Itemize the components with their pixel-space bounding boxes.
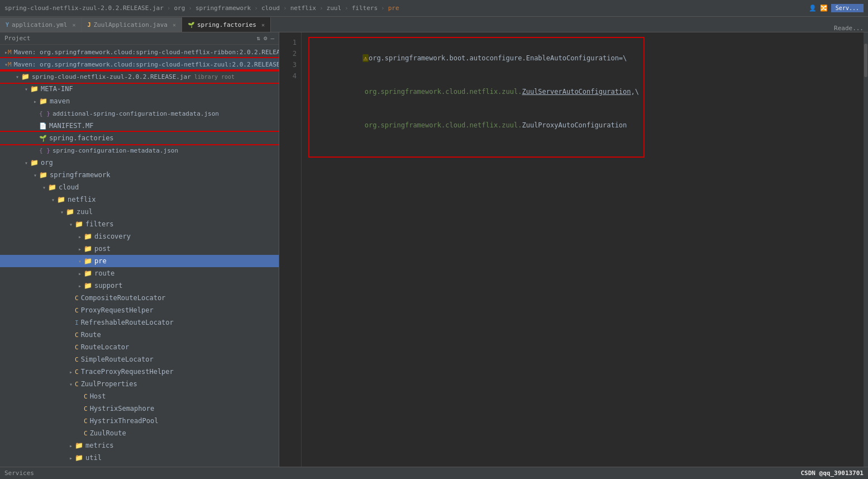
tree-item-util[interactable]: 📁 util — [0, 452, 279, 464]
arrow-util — [67, 455, 75, 461]
tree-item-trace-proxy[interactable]: C TraceProxyRequestHelper — [0, 366, 279, 378]
code-line-3: org.springframework.cloud.netflix.zuul.Z… — [314, 108, 639, 142]
arrow-cloud — [40, 184, 48, 191]
arrow-trace-proxy — [67, 369, 75, 375]
tree-item-cloud[interactable]: 📁 cloud — [0, 181, 279, 193]
folder-icon-discovery: 📁 — [84, 233, 92, 240]
code-editor[interactable]: ⚠org.springframework.boot.autoconfigure.… — [302, 32, 864, 467]
close-yml-tab[interactable]: ✕ — [72, 22, 75, 28]
label-route-folder: route — [94, 269, 115, 277]
status-bar: Services CSDN @qq_39013701 — [0, 467, 868, 479]
label-meta-inf: META-INF — [41, 85, 73, 93]
tree-item-meta-inf[interactable]: 📁 META-INF — [0, 83, 279, 95]
tree-item-spring-config-meta[interactable]: { } spring-configuration-metadata.json — [0, 144, 279, 156]
settings-icon[interactable]: ⚙ — [264, 35, 268, 42]
tree-item-route-folder[interactable]: 📁 route — [0, 267, 279, 279]
tree-item-metrics[interactable]: 📁 metrics — [0, 439, 279, 452]
label-route-locator: RouteLocator — [81, 343, 130, 351]
tree-item-netflix[interactable]: 📁 netflix — [0, 193, 279, 206]
label-route: Route — [81, 331, 101, 339]
tab-zuul-application[interactable]: J ZuulApplication.java ✕ — [82, 17, 182, 32]
arrow-zuul-pkg — [58, 209, 66, 215]
close-zuul-tab[interactable]: ✕ — [173, 22, 176, 28]
breadcrumb-org[interactable]: org — [174, 4, 185, 12]
line-num-1: 1 — [279, 37, 297, 48]
arrow-support — [76, 283, 84, 289]
tree-item-zuul-pkg[interactable]: 📁 zuul — [0, 206, 279, 218]
user-icon: 👤 — [809, 4, 817, 12]
tree-item-route-locator[interactable]: C RouteLocator — [0, 341, 279, 353]
vertical-scrollbar[interactable] — [864, 32, 868, 467]
tree-item-filters[interactable]: 📁 filters — [0, 218, 279, 230]
editor-area: 1 2 3 4 ⚠org.springframework.boot.autoco… — [279, 32, 868, 467]
tree-item-host[interactable]: C Host — [0, 390, 279, 402]
tree-item-springframework[interactable]: 📁 springframework — [0, 169, 279, 181]
interface-icon-refreshable: I — [75, 319, 79, 326]
label-org: org — [41, 159, 53, 167]
label-simple-route-locator: SimpleRouteLocator — [81, 355, 154, 363]
tab-application-yml[interactable]: Y application.yml ✕ — [0, 17, 82, 32]
class-icon-zuul-route: C — [84, 430, 88, 437]
tree-item-spring-factories[interactable]: 🌱 spring.factories — [0, 132, 279, 144]
breadcrumb-zuul[interactable]: zuul — [327, 4, 342, 12]
maven-icon-ribbon: M — [8, 49, 12, 56]
folder-icon-maven: 📁 — [39, 97, 47, 105]
label-zuul-route: ZuulRoute — [90, 429, 126, 437]
folder-icon-util: 📁 — [75, 454, 83, 462]
project-tree: M Maven: org.springframework.cloud:sprin… — [0, 45, 279, 467]
code-line-2: org.springframework.cloud.netflix.zuul.Z… — [314, 75, 639, 108]
label-maven-zuul: Maven: org.springframework.cloud:spring-… — [14, 61, 279, 68]
arrow-maven — [31, 98, 39, 105]
label-spring-config-meta: spring-configuration-metadata.json — [53, 147, 178, 154]
tree-item-post[interactable]: 📁 post — [0, 243, 279, 255]
scrollbar-thumb — [864, 44, 867, 77]
tree-item-discovery[interactable]: 📁 discovery — [0, 230, 279, 243]
tree-item-proxy-request-helper[interactable]: C ProxyRequestHelper — [0, 304, 279, 316]
tree-item-zuul-properties[interactable]: C ZuulProperties — [0, 378, 279, 390]
serv-button[interactable]: Serv... — [831, 4, 864, 12]
folder-icon-cloud: 📁 — [48, 183, 56, 191]
tree-item-hystrix-thread-pool[interactable]: C HystrixThreadPool — [0, 415, 279, 427]
close-factories-tab[interactable]: ✕ — [261, 22, 265, 28]
label-zuul-jar: spring-cloud-netflix-zuul-2.0.2.RELEASE.… — [32, 73, 191, 80]
breadcrumb-springframework[interactable]: springframework — [195, 4, 251, 12]
tree-item-zuul-jar[interactable]: 📁 spring-cloud-netflix-zuul-2.0.2.RELEAS… — [0, 70, 279, 83]
label-metrics: metrics — [85, 442, 114, 449]
tree-item-hystrix-semaphore[interactable]: C HystrixSemaphore — [0, 402, 279, 415]
tree-item-maven-ribbon[interactable]: M Maven: org.springframework.cloud:sprin… — [0, 46, 279, 58]
factories-icon: 🌱 — [188, 22, 194, 28]
tree-item-maven-zuul[interactable]: M Maven: org.springframework.cloud:sprin… — [0, 58, 279, 70]
vcs-icon: 🔀 — [820, 4, 828, 12]
tab-spring-factories[interactable]: 🌱 spring.factories ✕ — [182, 17, 271, 32]
tree-item-manifest[interactable]: 📄 MANIFEST.MF — [0, 120, 279, 132]
status-services[interactable]: Services — [4, 469, 34, 477]
tree-item-support[interactable]: 📁 support — [0, 279, 279, 292]
folder-icon-springframework: 📁 — [39, 171, 47, 179]
tree-item-simple-route-locator[interactable]: C SimpleRouteLocator — [0, 353, 279, 366]
breadcrumb-jar[interactable]: spring-cloud-netflix-zuul-2.0.2.RELEASE.… — [4, 4, 164, 12]
panel-title: Project — [4, 35, 30, 42]
tree-item-add-spring-config[interactable]: { } additional-spring-configuration-meta… — [0, 107, 279, 120]
breadcrumb-cloud[interactable]: cloud — [261, 4, 280, 12]
tree-item-org[interactable]: 📁 org — [0, 156, 279, 169]
tree-item-pre[interactable]: 📁 pre — [0, 255, 279, 267]
tree-item-maven[interactable]: 📁 maven — [0, 95, 279, 107]
breadcrumb-filters[interactable]: filters — [352, 4, 378, 12]
class-icon-zuul-properties: C — [75, 381, 79, 388]
sort-icon[interactable]: ⇅ — [256, 35, 260, 42]
tab-label-yml: application.yml — [12, 21, 67, 29]
breadcrumb-pre[interactable]: pre — [388, 4, 399, 12]
breadcrumb-netflix[interactable]: netflix — [290, 4, 316, 12]
tree-item-composite-route-locator[interactable]: C CompositeRouteLocator — [0, 292, 279, 304]
collapse-icon[interactable]: — — [270, 35, 274, 42]
folder-icon-netflix: 📁 — [57, 196, 65, 203]
folder-icon-zuul-jar: 📁 — [21, 73, 30, 80]
label-trace-proxy: TraceProxyRequestHelper — [81, 368, 174, 376]
arrow-metrics — [67, 443, 75, 449]
tree-item-zuul-route[interactable]: C ZuulRoute — [0, 427, 279, 439]
panel-header: Project ⇅ ⚙ — — [0, 32, 279, 45]
tree-item-route[interactable]: C Route — [0, 329, 279, 341]
folder-icon-post: 📁 — [84, 245, 92, 253]
label-spring-factories: spring.factories — [49, 134, 114, 142]
tree-item-refreshable-route-locator[interactable]: I RefreshableRouteLocator — [0, 316, 279, 329]
